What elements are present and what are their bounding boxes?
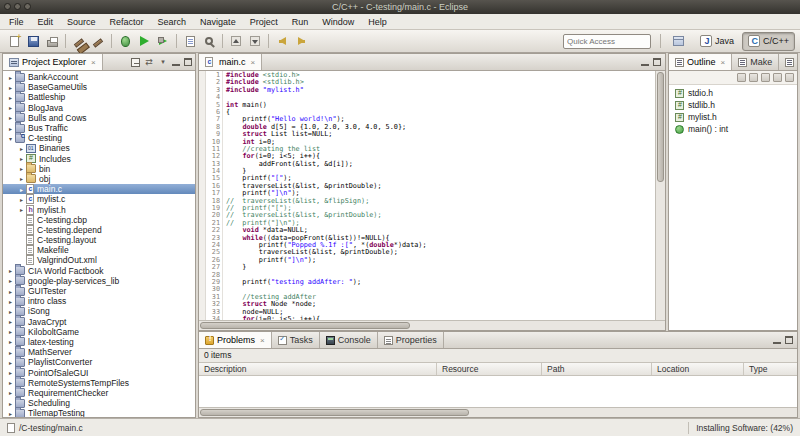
toolbar-next-annotation-button[interactable]	[246, 32, 264, 50]
tree-item[interactable]: ▸PlaylistConverter	[3, 357, 195, 367]
toolbar-search-button[interactable]	[200, 32, 218, 50]
tree-item[interactable]: ▸PointOfSaleGUI	[3, 367, 195, 377]
collapsed-arrow-icon[interactable]: ▸	[6, 114, 15, 121]
tab-problems[interactable]: Problems	[199, 332, 272, 349]
toolbar-new-file-button[interactable]	[181, 32, 199, 50]
problems-horizontal-scrollbar[interactable]	[199, 407, 797, 417]
maximize-view-button[interactable]	[653, 58, 661, 66]
tree-item[interactable]: ▸Bus Traffic	[3, 123, 195, 133]
tree-item[interactable]: ▸iSong	[3, 306, 195, 316]
tree-item[interactable]: ▸Binaries	[3, 143, 195, 153]
tab-main-c[interactable]: main.c	[199, 54, 262, 71]
tree-item[interactable]: ▸main.c	[3, 184, 195, 194]
tree-item[interactable]: C-testing.cbp	[3, 215, 195, 225]
outline-item[interactable]: stdlib.h	[669, 99, 797, 111]
hide-non-public-icon[interactable]	[785, 73, 794, 82]
tree-item[interactable]: C-testing.depend	[3, 225, 195, 235]
toolbar-forward-button[interactable]	[292, 32, 310, 50]
close-icon[interactable]	[251, 58, 256, 67]
collapsed-arrow-icon[interactable]: ▸	[17, 206, 26, 213]
tab-task-l[interactable]: Task L	[779, 54, 797, 71]
tab-project-explorer[interactable]: Project Explorer	[3, 54, 103, 71]
close-icon[interactable]	[260, 336, 265, 345]
tree-item[interactable]: ▸KiloboltGame	[3, 327, 195, 337]
tree-item[interactable]: ▸BaseGameUtils	[3, 82, 195, 92]
minimize-view-button[interactable]	[641, 58, 649, 66]
collapsed-arrow-icon[interactable]: ▸	[6, 288, 15, 295]
menu-search[interactable]: Search	[151, 16, 194, 28]
tree-item[interactable]: ▸RemoteSystemsTempFiles	[3, 378, 195, 388]
collapsed-arrow-icon[interactable]: ▸	[6, 298, 15, 305]
collapsed-arrow-icon[interactable]: ▸	[6, 74, 15, 81]
code-line[interactable]: struct List list=NULL;	[226, 131, 655, 138]
code-line[interactable]: }	[226, 264, 655, 271]
hide-static-icon[interactable]	[773, 73, 782, 82]
collapsed-arrow-icon[interactable]: ▸	[6, 338, 15, 345]
link-with-editor-icon[interactable]	[144, 57, 154, 67]
tab-properties[interactable]: Properties	[378, 332, 444, 349]
collapsed-arrow-icon[interactable]: ▸	[6, 267, 15, 274]
outline-item[interactable]: mylist.h	[669, 111, 797, 123]
collapsed-arrow-icon[interactable]: ▸	[6, 410, 15, 417]
collapsed-arrow-icon[interactable]: ▸	[6, 94, 15, 101]
tab-tasks[interactable]: Tasks	[272, 332, 320, 349]
tree-item[interactable]: ▾C-testing	[3, 133, 195, 143]
tree-item[interactable]: ▸BankAccount	[3, 72, 195, 82]
toolbar-run-button[interactable]	[135, 32, 153, 50]
minimize-view-button[interactable]	[773, 336, 781, 344]
expanded-arrow-icon[interactable]: ▾	[6, 135, 15, 142]
editor-vertical-scrollbar[interactable]	[655, 71, 665, 320]
menu-edit[interactable]: Edit	[31, 16, 61, 28]
toolbar-profile-button[interactable]	[154, 32, 172, 50]
tree-item[interactable]: ▸JavaCrypt	[3, 317, 195, 327]
maximize-view-button[interactable]	[184, 58, 192, 66]
collapsed-arrow-icon[interactable]: ▸	[17, 196, 26, 203]
collapsed-arrow-icon[interactable]: ▸	[6, 125, 15, 132]
code-line[interactable]: printf("]\n");	[226, 257, 655, 264]
perspective-java-button[interactable]: Java	[694, 32, 740, 51]
column-resource[interactable]: Resource	[437, 363, 542, 375]
hide-fields-icon[interactable]	[761, 73, 770, 82]
column-type[interactable]: Type	[744, 363, 797, 375]
menu-window[interactable]: Window	[315, 16, 361, 28]
code-line[interactable]: addFront(&list, &d[i]);	[226, 161, 655, 168]
maximize-window-button[interactable]	[24, 3, 31, 10]
tree-item[interactable]: ▸RequirementChecker	[3, 388, 195, 398]
outline-item[interactable]: main() : int	[669, 123, 797, 135]
tree-item[interactable]: ▸mylist.h	[3, 204, 195, 214]
toolbar-debug-button[interactable]	[116, 32, 134, 50]
tree-item[interactable]: ▸google-play-services_lib	[3, 276, 195, 286]
collapsed-arrow-icon[interactable]: ▸	[6, 369, 15, 376]
collapsed-arrow-icon[interactable]: ▸	[6, 328, 15, 335]
toolbar-back-button[interactable]	[273, 32, 291, 50]
tree-item[interactable]: ▸Battleship	[3, 92, 195, 102]
project-tree[interactable]: ▸BankAccount▸BaseGameUtils▸Battleship▸Bl…	[3, 71, 195, 417]
code-line[interactable]: printf("testing addAfter: ");	[226, 279, 655, 286]
collapsed-arrow-icon[interactable]: ▸	[6, 400, 15, 407]
collapsed-arrow-icon[interactable]: ▸	[17, 165, 26, 172]
tab-make[interactable]: Make	[732, 54, 779, 71]
menu-source[interactable]: Source	[60, 16, 103, 28]
tree-item[interactable]: ValgrindOut.xml	[3, 255, 195, 265]
editor-horizontal-scrollbar[interactable]	[199, 320, 665, 330]
menu-navigate[interactable]: Navigate	[193, 16, 243, 28]
scrollbar-thumb[interactable]	[200, 409, 469, 416]
collapsed-arrow-icon[interactable]: ▸	[6, 379, 15, 386]
tree-item[interactable]: ▸TilemapTesting	[3, 408, 195, 417]
collapse-all-icon[interactable]	[131, 58, 140, 67]
install-progress-text[interactable]: Installing Software: (42%)	[696, 423, 793, 433]
toolbar-prev-annotation-button[interactable]	[227, 32, 245, 50]
tree-item[interactable]: ▸intro class	[3, 296, 195, 306]
collapsed-arrow-icon[interactable]: ▸	[17, 155, 26, 162]
problems-table-body[interactable]	[199, 376, 797, 407]
close-window-button[interactable]	[4, 3, 11, 10]
menu-project[interactable]: Project	[243, 16, 285, 28]
collapsed-arrow-icon[interactable]: ▸	[17, 175, 26, 182]
view-menu-icon[interactable]	[158, 57, 168, 67]
tree-item[interactable]: C-testing.layout	[3, 235, 195, 245]
open-perspective-button[interactable]	[670, 32, 688, 50]
quick-access-input[interactable]	[563, 34, 651, 49]
tree-item[interactable]: ▸CIA World Factbook	[3, 266, 195, 276]
tree-item[interactable]: ▸obj	[3, 174, 195, 184]
outline-list[interactable]: stdio.hstdlib.hmylist.hmain() : int	[669, 85, 797, 330]
